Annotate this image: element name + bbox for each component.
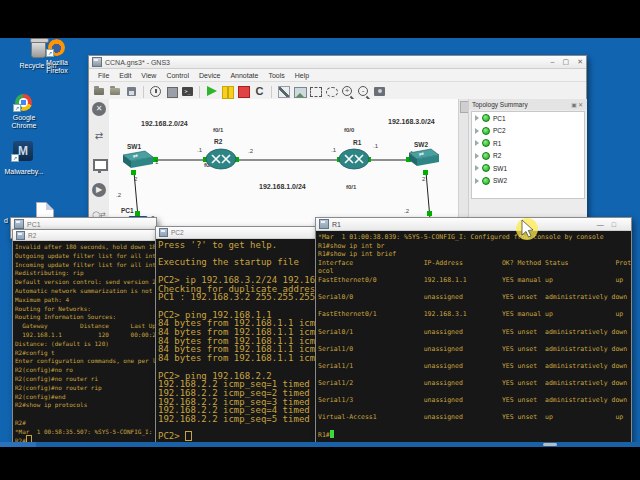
r1-console-titlebar[interactable]: R1 — □ (316, 218, 631, 231)
browse-all-devices-icon[interactable]: ▶ (92, 183, 106, 197)
taskbar-item[interactable] (543, 443, 557, 446)
recycle-bin-icon[interactable] (31, 40, 46, 58)
stop-all-icon[interactable] (237, 85, 250, 98)
suspend-all-icon[interactable] (221, 85, 234, 98)
shortcut-arrow-icon: ↗ (11, 154, 19, 162)
browse-routers-icon[interactable]: ✕ (92, 102, 106, 116)
menu-control[interactable]: Control (161, 72, 194, 79)
topology-summary-title: Topology Summary (472, 101, 528, 108)
router-r2[interactable] (204, 147, 238, 171)
zoom-in-icon[interactable]: + (341, 85, 354, 98)
screenshot-icon[interactable] (373, 85, 386, 98)
pc2-console-titlebar[interactable]: PC2 (156, 227, 316, 239)
malwarebytes-icon[interactable]: M↗ (13, 141, 33, 161)
topology-summary-header[interactable]: Topology Summary ▣✕ (469, 99, 587, 110)
show-interface-labels-icon[interactable] (165, 85, 178, 98)
browse-switches-icon[interactable]: ⇄ (92, 129, 106, 143)
r2-console-titlebar[interactable]: R2 (13, 230, 161, 241)
xterm-icon (14, 219, 24, 229)
svg-text:⇄: ⇄ (133, 153, 138, 159)
menu-annotate[interactable]: Annotate (225, 72, 263, 79)
status-dot-icon (482, 127, 490, 135)
expander-icon[interactable] (475, 115, 479, 121)
network-label-192-168-3: 192.168.3.0/24 (388, 118, 435, 125)
open-project-icon[interactable] (109, 85, 122, 98)
console-connect-icon[interactable]: >_ (181, 85, 194, 98)
save-project-icon[interactable] (125, 85, 138, 98)
reload-all-icon[interactable]: C (253, 85, 266, 98)
snapshot-icon[interactable] (149, 85, 162, 98)
gns3-app-icon (92, 57, 102, 67)
r1-console-title: R1 (332, 221, 341, 228)
ip-label-r2-left: .1 (197, 147, 202, 153)
topology-item-sw1[interactable]: SW1 (472, 162, 584, 175)
new-project-icon[interactable] (93, 85, 106, 98)
network-label-192-168-1: 192.168.1.0/24 (259, 183, 306, 190)
topology-item-sw2[interactable]: SW2 (472, 175, 584, 188)
r2-console-title: R2 (28, 232, 36, 239)
menu-file[interactable]: File (93, 72, 114, 79)
shortcut-arrow-icon: ↗ (13, 104, 21, 112)
xterm-icon (159, 228, 168, 237)
r1-console-output[interactable]: *Mar 1 01:00:38.039: %SYS-5-CONFIG_I: Co… (316, 231, 631, 443)
r2-console-output[interactable]: Invalid after 180 seconds, hold down 180… (13, 241, 161, 443)
ip-label-r2-right: .2 (248, 148, 253, 154)
ip-label-pc2: .2 (404, 208, 409, 214)
expander-icon[interactable] (475, 140, 479, 146)
menu-view[interactable]: View (136, 72, 161, 79)
close-panel-icon[interactable]: ✕ (578, 102, 584, 108)
status-dot-icon (482, 114, 490, 122)
router-r1[interactable] (337, 147, 371, 171)
expander-icon[interactable] (475, 153, 479, 159)
add-note-icon[interactable] (277, 85, 290, 98)
close-button[interactable]: ✕ (577, 58, 583, 66)
float-panel-icon[interactable]: ▣ (571, 102, 578, 108)
switch-sw1[interactable]: ⇄ (119, 149, 155, 171)
topology-item-r1[interactable]: R1 (472, 137, 584, 150)
node-label-pc1: PC1 (121, 207, 134, 214)
status-dot-icon (482, 139, 490, 147)
insert-picture-icon[interactable] (293, 85, 306, 98)
pc2-console-output[interactable]: Press '?' to get help. Executing the sta… (156, 239, 316, 443)
port-label-sw2-2: 2 (422, 176, 425, 182)
maximize-button[interactable]: ▢ (563, 58, 570, 66)
start-all-icon[interactable] (205, 85, 218, 98)
network-label-192-168-2: 192.168.2.0/24 (141, 120, 188, 127)
firefox-icon[interactable]: ↗ (48, 39, 65, 56)
chrome-icon[interactable]: ↗ (15, 94, 32, 111)
maximize-button[interactable]: □ (612, 221, 616, 228)
port-label-sw1-1: 1 (155, 159, 158, 165)
menu-help[interactable]: Help (290, 72, 314, 79)
ip-label-r1-right: .1 (373, 143, 378, 149)
interface-label-r2-f0-1: f0/1 (213, 127, 223, 133)
expander-icon[interactable] (475, 178, 479, 184)
zoom-out-icon[interactable]: - (357, 85, 370, 98)
topology-item-pc1[interactable]: PC1 (472, 112, 584, 125)
node-label-r1: R1 (353, 139, 361, 146)
minimize-button[interactable]: — (597, 221, 604, 228)
draw-ellipse-icon[interactable] (325, 85, 338, 98)
pc2-text-cursor (185, 431, 192, 441)
gns3-titlebar[interactable]: CCNA.gns3* - GNS3 – ▢ ✕ (89, 56, 586, 69)
ip-label-r1-left: .1 (331, 147, 336, 153)
expander-icon[interactable] (475, 128, 479, 134)
xterm-icon (319, 219, 329, 229)
letterbox-top (0, 0, 640, 38)
switch-sw2[interactable]: ⇄ (405, 147, 443, 169)
menu-device[interactable]: Device (194, 72, 225, 79)
topology-item-pc2[interactable]: PC2 (472, 125, 584, 138)
pc2-console-title: PC2 (171, 229, 184, 236)
browse-end-devices-icon[interactable] (93, 159, 108, 171)
menu-edit[interactable]: Edit (114, 72, 136, 79)
expander-icon[interactable] (475, 165, 479, 171)
topology-item-r2[interactable]: R2 (472, 150, 584, 163)
r1-console-window: R1 — □ *Mar 1 01:00:38.039: %SYS-5-CONFI… (315, 217, 632, 445)
menu-tools[interactable]: Tools (263, 72, 289, 79)
gns3-window-title: CCNA.gns3* - GNS3 (105, 59, 170, 66)
port-label-sw1-2: 2 (134, 176, 137, 182)
draw-rectangle-icon[interactable] (309, 85, 322, 98)
r1-text-cursor (330, 430, 334, 438)
minimize-button[interactable]: – (551, 58, 555, 66)
letterbox-bottom (0, 447, 640, 480)
topology-summary-list: PC1 PC2 R1 R2 SW1 SW2 (471, 111, 585, 199)
